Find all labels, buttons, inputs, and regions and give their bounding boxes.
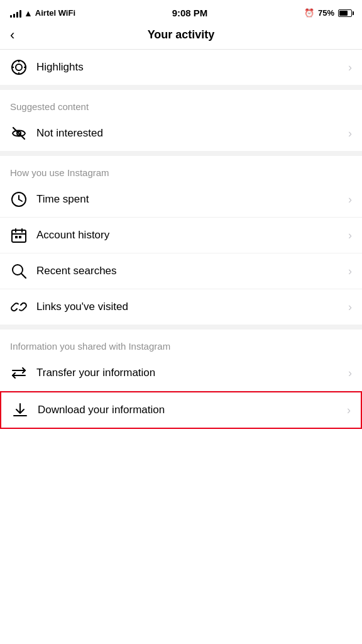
transfer-info-label: Transfer your information xyxy=(36,367,155,379)
time-spent-label: Time spent xyxy=(36,193,89,206)
status-right: ⏰ 75% xyxy=(304,8,352,18)
not-interested-icon xyxy=(10,125,28,142)
how-you-use-section: How you use Instagram Time spent › xyxy=(0,156,362,325)
transfer-info-item[interactable]: Transfer your information › xyxy=(0,355,362,391)
highlights-icon xyxy=(10,58,28,76)
recent-searches-label: Recent searches xyxy=(36,265,117,277)
svg-line-7 xyxy=(13,128,25,139)
recent-searches-item[interactable]: Recent searches › xyxy=(0,253,362,289)
highlights-label: Highlights xyxy=(36,61,84,74)
svg-rect-16 xyxy=(19,236,21,238)
time-spent-item[interactable]: Time spent › xyxy=(0,182,362,218)
suggested-content-label: Suggested content xyxy=(0,90,362,116)
page-title: Your activity xyxy=(148,28,215,42)
links-visited-item-left: Links you've visited xyxy=(10,298,128,316)
account-history-item-left: Account history xyxy=(10,226,109,244)
download-info-chevron: › xyxy=(347,404,351,417)
not-interested-label: Not interested xyxy=(36,127,103,140)
not-interested-chevron: › xyxy=(348,127,352,140)
links-visited-chevron: › xyxy=(348,301,352,314)
download-icon xyxy=(11,401,29,419)
account-history-chevron: › xyxy=(348,229,352,242)
page-header: ‹ Your activity xyxy=(0,22,362,50)
time-spent-chevron: › xyxy=(348,193,352,206)
carrier-label: Airtel WiFi xyxy=(35,8,75,18)
status-left: ▲ Airtel WiFi xyxy=(10,8,75,18)
svg-point-1 xyxy=(16,64,22,70)
transfer-icon xyxy=(10,364,28,382)
download-info-label: Download your information xyxy=(38,404,165,416)
info-shared-label: Information you shared with Instagram xyxy=(0,330,362,355)
svg-rect-15 xyxy=(15,236,18,238)
back-button[interactable]: ‹ xyxy=(10,27,14,43)
divider-2 xyxy=(0,151,362,156)
links-visited-label: Links you've visited xyxy=(36,301,128,313)
svg-line-18 xyxy=(21,274,26,278)
not-interested-item[interactable]: Not interested › xyxy=(0,116,362,151)
highlights-item[interactable]: Highlights › xyxy=(0,50,362,85)
status-time: 9:08 PM xyxy=(172,8,208,18)
account-history-label: Account history xyxy=(36,229,109,242)
calendar-icon xyxy=(10,226,28,244)
time-icon xyxy=(10,191,28,208)
recent-searches-item-left: Recent searches xyxy=(10,262,117,280)
not-interested-item-left: Not interested xyxy=(10,125,103,142)
divider-1 xyxy=(0,85,362,90)
how-you-use-label: How you use Instagram xyxy=(0,156,362,182)
download-info-highlight-border: Download your information › xyxy=(0,391,362,429)
info-shared-section: Information you shared with Instagram Tr… xyxy=(0,330,362,429)
suggested-content-section: Suggested content Not interested › xyxy=(0,90,362,151)
highlights-item-left: Highlights xyxy=(10,58,84,76)
links-visited-item[interactable]: Links you've visited › xyxy=(0,289,362,325)
signal-bars-icon xyxy=(10,9,21,18)
status-bar: ▲ Airtel WiFi 9:08 PM ⏰ 75% xyxy=(0,0,362,22)
battery-percent: 75% xyxy=(318,8,334,18)
wifi-icon: ▲ xyxy=(24,8,33,18)
highlights-section: Highlights › xyxy=(0,50,362,85)
link-icon xyxy=(10,298,28,316)
search-icon xyxy=(10,262,28,280)
transfer-info-chevron: › xyxy=(348,367,352,380)
transfer-info-item-left: Transfer your information xyxy=(10,364,155,382)
divider-3 xyxy=(0,325,362,330)
download-info-item[interactable]: Download your information › xyxy=(1,392,361,428)
svg-line-10 xyxy=(19,199,22,201)
alarm-icon: ⏰ xyxy=(304,8,314,18)
highlights-chevron: › xyxy=(348,61,352,74)
svg-point-0 xyxy=(12,60,26,74)
time-spent-item-left: Time spent xyxy=(10,191,89,208)
recent-searches-chevron: › xyxy=(348,265,352,278)
battery-icon xyxy=(338,9,352,17)
account-history-item[interactable]: Account history › xyxy=(0,218,362,253)
download-info-item-left: Download your information xyxy=(11,401,165,419)
